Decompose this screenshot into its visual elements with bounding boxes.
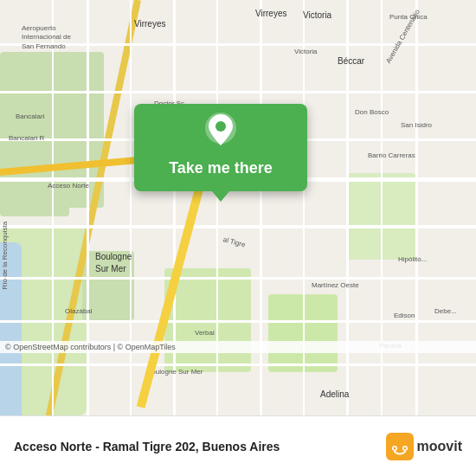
road-h2 (0, 225, 476, 228)
road-h6 (0, 277, 476, 280)
road-v9 (303, 0, 305, 415)
road-v7 (130, 0, 132, 415)
river (0, 242, 22, 415)
road-v8 (216, 0, 218, 415)
road-v10 (381, 0, 383, 415)
road-v4 (346, 0, 349, 415)
road-v3 (260, 0, 262, 415)
take-me-there-button[interactable]: Take me there (162, 156, 280, 181)
road-v1 (87, 0, 89, 415)
road-v6 (52, 0, 54, 415)
svg-point-1 (215, 121, 226, 132)
moovit-text: moovit (417, 439, 462, 454)
svg-rect-2 (386, 433, 414, 460)
road-h5 (0, 43, 476, 46)
road-v2 (173, 0, 176, 415)
moovit-logo: moovit (386, 433, 462, 460)
road-h7 (0, 320, 476, 323)
road-h8 (0, 363, 476, 366)
osm-attribution: © OpenStreetMap contributors | © OpenMap… (0, 341, 476, 353)
svg-point-5 (393, 447, 396, 449)
popup-card: Take me there (134, 104, 307, 191)
popup-pin-icon (203, 114, 238, 149)
bottom-bar: Acceso Norte - Ramal Tigre 202, Buenos A… (0, 415, 476, 476)
location-title: Acceso Norte - Ramal Tigre 202, Buenos A… (14, 440, 376, 453)
road-v5 (415, 0, 418, 415)
map-container: Virreyes Victoria Punta Chica Victoria B… (0, 0, 476, 415)
road-h4 (0, 91, 476, 93)
bottom-info: Acceso Norte - Ramal Tigre 202, Buenos A… (14, 440, 376, 453)
svg-point-6 (403, 447, 406, 449)
green-area-2 (82, 251, 134, 320)
